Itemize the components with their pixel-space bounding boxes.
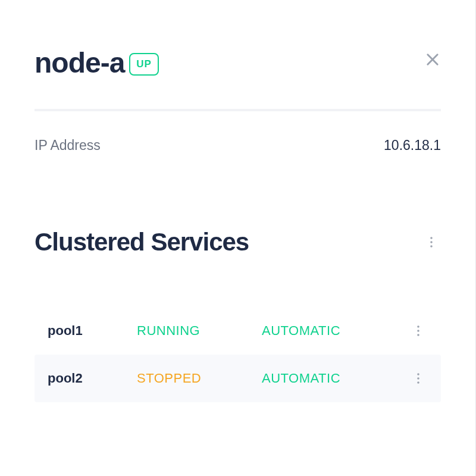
node-title: node-a	[35, 46, 124, 79]
title-group: node-a UP	[35, 46, 159, 79]
service-name: pool1	[48, 323, 137, 339]
svg-point-4	[430, 245, 433, 248]
service-status: STOPPED	[137, 371, 262, 386]
service-name: pool2	[48, 371, 137, 386]
svg-point-5	[417, 325, 419, 328]
svg-point-8	[417, 373, 419, 375]
service-mode: AUTOMATIC	[262, 371, 409, 386]
svg-point-3	[430, 241, 433, 243]
service-mode: AUTOMATIC	[262, 323, 409, 339]
services-section-header: Clustered Services	[35, 228, 441, 256]
more-vertical-icon	[411, 324, 425, 338]
close-button[interactable]	[424, 51, 441, 68]
svg-point-7	[417, 334, 419, 336]
row-more-button[interactable]	[409, 369, 428, 388]
divider	[35, 109, 441, 111]
services-more-button[interactable]	[422, 233, 441, 252]
header: node-a UP	[35, 0, 441, 109]
svg-point-9	[417, 377, 419, 380]
ip-address-label: IP Address	[35, 137, 101, 154]
services-title: Clustered Services	[35, 228, 249, 256]
table-row: pool2 STOPPED AUTOMATIC	[35, 355, 441, 402]
more-vertical-icon	[411, 371, 425, 386]
row-more-button[interactable]	[409, 321, 428, 340]
close-icon	[424, 51, 441, 68]
service-status: RUNNING	[137, 323, 262, 339]
status-badge: UP	[129, 53, 159, 76]
ip-address-value: 10.6.18.1	[384, 137, 441, 154]
svg-point-2	[430, 237, 433, 239]
more-vertical-icon	[424, 235, 439, 249]
table-row: pool1 RUNNING AUTOMATIC	[35, 307, 441, 355]
services-table: pool1 RUNNING AUTOMATIC pool2 STOPPED AU…	[35, 307, 441, 402]
svg-point-6	[417, 330, 419, 332]
svg-point-10	[417, 381, 419, 384]
ip-address-row: IP Address 10.6.18.1	[35, 137, 441, 154]
